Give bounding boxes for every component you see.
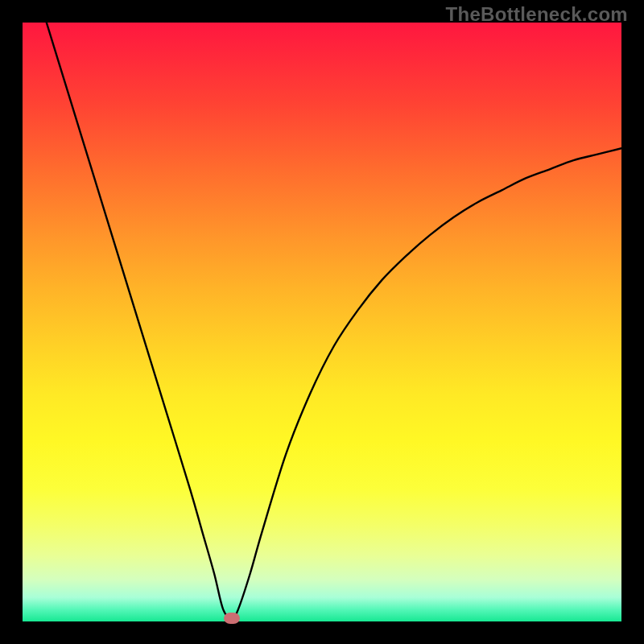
chart-frame: TheBottleneck.com [0, 0, 644, 644]
optimum-point [224, 613, 240, 624]
gradient-background [23, 23, 621, 621]
plot-area [23, 23, 621, 621]
